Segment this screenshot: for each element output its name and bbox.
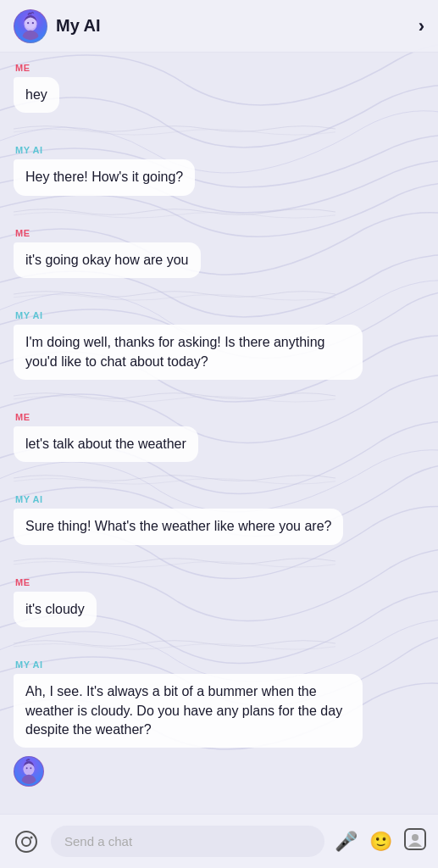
header-left: My AI xyxy=(14,9,101,43)
message-bubble: Sure thing! What's the weather like wher… xyxy=(14,509,343,544)
microphone-icon[interactable]: 🎤 xyxy=(335,831,358,853)
message-group: MElet's talk about the weather xyxy=(14,412,424,462)
message-group: MY AII'm doing well, thanks for asking! … xyxy=(14,310,424,380)
message-group: MY AIAh, I see. It's always a bit of a b… xyxy=(14,659,424,748)
message-group: MY AISure thing! What's the weather like… xyxy=(14,494,424,544)
header-chevron-icon[interactable]: › xyxy=(419,15,424,37)
bitmoji-icon[interactable] xyxy=(404,828,426,854)
sender-label: ME xyxy=(14,63,424,73)
svg-point-9 xyxy=(30,768,31,770)
svg-point-11 xyxy=(22,837,30,846)
bottom-icons: 🎤 🙂 xyxy=(335,828,426,854)
sender-label: MY AI xyxy=(14,310,424,320)
svg-point-12 xyxy=(30,836,33,838)
message-bubble: Ah, I see. It's always a bit of a bummer… xyxy=(14,674,363,748)
chat-placeholder: Send a chat xyxy=(64,834,132,849)
sender-label: ME xyxy=(14,412,424,422)
message-bubble: it's going okay how are you xyxy=(14,242,201,278)
chat-input[interactable]: Send a chat xyxy=(51,826,324,857)
avatar xyxy=(14,9,47,43)
message-bubble: Hey there! How's it going? xyxy=(14,159,195,195)
message-bubble: let's talk about the weather xyxy=(14,426,198,462)
sender-label: MY AI xyxy=(14,659,424,670)
svg-point-14 xyxy=(412,834,419,841)
message-bubble: hey xyxy=(14,77,59,113)
header-title: My AI xyxy=(56,16,101,36)
message-bubble: I'm doing well, thanks for asking! Is th… xyxy=(14,325,363,380)
header: My AI › xyxy=(0,0,438,53)
chat-area: MEhey MY AIHey there! How's it going? ME… xyxy=(0,53,438,814)
camera-button[interactable] xyxy=(12,827,41,856)
message-group: MEit's cloudy xyxy=(14,577,424,627)
emoji-icon[interactable]: 🙂 xyxy=(369,831,392,853)
message-group: MY AIHey there! How's it going? xyxy=(14,145,424,195)
wave-divider xyxy=(14,287,424,302)
svg-point-8 xyxy=(26,768,28,770)
svg-point-10 xyxy=(16,832,36,852)
wave-divider xyxy=(14,554,424,569)
wave-divider xyxy=(14,121,424,136)
message-bubble: it's cloudy xyxy=(14,592,97,627)
sender-label: ME xyxy=(14,228,424,238)
wave-divider xyxy=(14,204,424,220)
message-group: MEhey xyxy=(14,63,424,113)
sender-label: MY AI xyxy=(14,145,424,155)
message-group: MEit's going okay how are you xyxy=(14,228,424,278)
svg-point-4 xyxy=(27,22,29,24)
bottom-bar: Send a chat 🎤 🙂 xyxy=(0,814,438,868)
ai-avatar-bottom xyxy=(14,756,44,787)
wave-divider xyxy=(14,636,424,651)
sender-label: MY AI xyxy=(14,494,424,504)
svg-point-5 xyxy=(32,22,34,24)
wave-divider xyxy=(14,470,424,486)
wave-divider xyxy=(14,388,424,403)
sender-label: ME xyxy=(14,577,424,587)
